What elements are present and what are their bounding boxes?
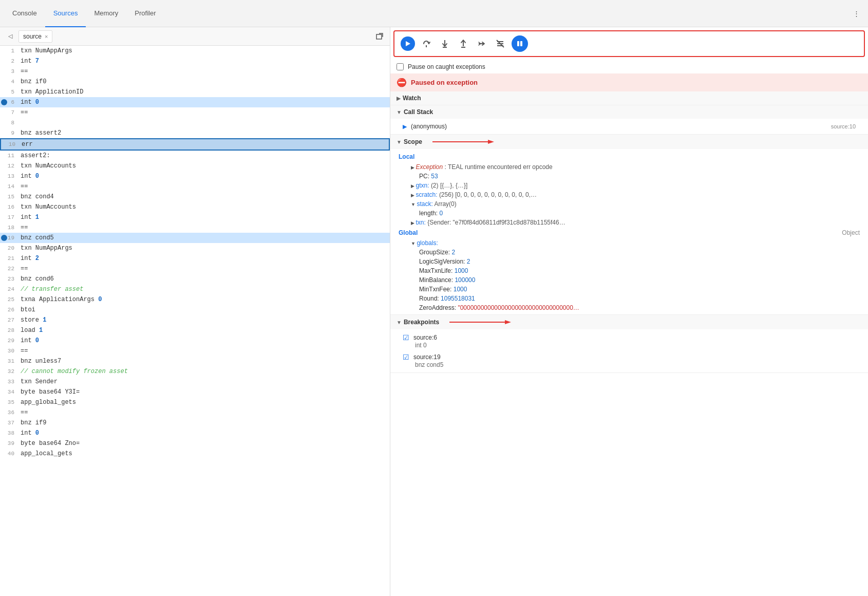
line-content-13: int 0 xyxy=(18,171,39,181)
scope-globals[interactable]: globals: xyxy=(390,238,868,248)
code-line-19[interactable]: 19bnz cond5 xyxy=(0,233,390,243)
line-content-25: txna ApplicationArgs 0 xyxy=(18,294,102,305)
source-tab-bar: ◁ source × xyxy=(0,27,390,46)
code-line-36[interactable]: 36== xyxy=(0,407,390,418)
step-over-button[interactable] xyxy=(419,36,433,51)
source-back-btn[interactable]: ◁ xyxy=(4,30,16,43)
line-number-13: 13 xyxy=(0,171,18,181)
pause-button[interactable] xyxy=(512,35,528,52)
code-line-1[interactable]: 1txn NumAppArgs xyxy=(0,46,390,56)
code-line-16[interactable]: 16txn NumAccounts xyxy=(0,202,390,212)
code-line-11[interactable]: 11assert2: xyxy=(0,151,390,161)
code-line-34[interactable]: 34byte base64 Y3I= xyxy=(0,387,390,397)
line-content-37: bnz if9 xyxy=(18,418,46,428)
code-line-12[interactable]: 12txn NumAccounts xyxy=(0,161,390,171)
step-into-button[interactable] xyxy=(438,36,452,51)
code-line-20[interactable]: 20txn NumAppArgs xyxy=(0,243,390,253)
code-line-31[interactable]: 31bnz unless7 xyxy=(0,356,390,366)
scope-stack[interactable]: stack: Array(0) xyxy=(390,199,868,209)
code-line-10[interactable]: 10err xyxy=(0,138,390,151)
code-line-25[interactable]: 25txna ApplicationArgs 0 xyxy=(0,294,390,305)
tab-console[interactable]: Console xyxy=(4,0,45,27)
breakpoint-check-1[interactable]: ☑ xyxy=(403,333,409,342)
watch-section: ▶ Watch xyxy=(390,91,868,105)
code-line-3[interactable]: 3== xyxy=(0,66,390,77)
code-line-8[interactable]: 8 xyxy=(0,118,390,128)
tab-sources[interactable]: Sources xyxy=(45,0,86,27)
source-filename: source xyxy=(23,33,42,40)
call-stack-location: source:10 xyxy=(831,123,856,129)
code-line-24[interactable]: 24// transfer asset xyxy=(0,284,390,294)
breakpoints-header[interactable]: ▼ Breakpoints xyxy=(390,315,868,329)
error-icon: ⛔ xyxy=(397,78,407,87)
line-number-32: 32 xyxy=(0,366,18,377)
code-line-30[interactable]: 30== xyxy=(0,346,390,356)
code-line-9[interactable]: 9bnz assert2 xyxy=(0,128,390,138)
line-number-31: 31 xyxy=(0,356,18,366)
step-out-button[interactable] xyxy=(456,36,470,51)
code-line-28[interactable]: 28load 1 xyxy=(0,325,390,336)
breakpoint-code-2: bnz cond5 xyxy=(403,361,856,368)
scope-scratch-label: scratch: xyxy=(416,191,438,198)
step-button[interactable] xyxy=(475,36,489,51)
scope-min-balance-value: 100000 xyxy=(455,276,475,284)
scope-gtxn[interactable]: gtxn: (2) [{…}, {…}] xyxy=(390,181,868,190)
code-line-5[interactable]: 5txn ApplicationID xyxy=(0,87,390,97)
tab-memory[interactable]: Memory xyxy=(86,0,126,27)
code-line-29[interactable]: 29int 0 xyxy=(0,336,390,346)
code-line-6[interactable]: 6int 0 xyxy=(0,97,390,107)
scope-header[interactable]: ▼ Scope xyxy=(390,135,868,149)
scope-logic-sig-value: 2 xyxy=(467,258,470,265)
scope-pc: PC: 53 xyxy=(390,172,868,181)
line-number-34: 34 xyxy=(0,387,18,397)
pause-exceptions-checkbox[interactable] xyxy=(397,63,404,70)
breakpoint-dot-6 xyxy=(1,99,7,105)
code-line-4[interactable]: 4bnz if0 xyxy=(0,77,390,87)
watch-header[interactable]: ▶ Watch xyxy=(390,91,868,105)
code-line-14[interactable]: 14== xyxy=(0,181,390,192)
scope-txn[interactable]: txn: {Sender: "e7f0f84d06811df9f31c8d878… xyxy=(390,218,868,227)
call-stack-header[interactable]: ▼ Call Stack xyxy=(390,105,868,119)
scope-zero-address-label: ZeroAddress: xyxy=(419,304,456,311)
tab-bar-menu[interactable]: ⋮ xyxy=(849,0,864,27)
code-line-35[interactable]: 35app_global_gets xyxy=(0,397,390,407)
code-line-2[interactable]: 2int 7 xyxy=(0,56,390,66)
code-line-33[interactable]: 33txn Sender xyxy=(0,377,390,387)
code-line-23[interactable]: 23bnz cond6 xyxy=(0,274,390,284)
source-close-btn[interactable]: × xyxy=(45,33,48,40)
code-line-18[interactable]: 18== xyxy=(0,222,390,233)
call-stack-item[interactable]: ▶ (anonymous) source:10 xyxy=(390,121,868,132)
line-content-22: == xyxy=(18,264,28,274)
code-line-21[interactable]: 21int 2 xyxy=(0,253,390,264)
line-content-26: btoi xyxy=(18,305,35,315)
scope-txn-expand xyxy=(411,219,416,226)
code-line-39[interactable]: 39byte base64 Zno= xyxy=(0,438,390,449)
code-line-27[interactable]: 27store 1 xyxy=(0,315,390,325)
line-content-14: == xyxy=(18,181,28,192)
resume-button[interactable] xyxy=(401,36,415,51)
code-area[interactable]: 1txn NumAppArgs2int 73==4bnz if05txn App… xyxy=(0,46,390,596)
code-line-37[interactable]: 37bnz if9 xyxy=(0,418,390,428)
code-line-22[interactable]: 22== xyxy=(0,264,390,274)
breakpoint-check-2[interactable]: ☑ xyxy=(403,353,409,361)
main-layout: ◁ source × 1txn NumAppArgs2int 73==4bnz … xyxy=(0,27,868,596)
code-line-40[interactable]: 40app_local_gets xyxy=(0,449,390,459)
line-content-38: int 0 xyxy=(18,428,39,438)
source-popout-btn[interactable] xyxy=(373,30,386,43)
code-line-38[interactable]: 38int 0 xyxy=(0,428,390,438)
source-file-tab[interactable]: source × xyxy=(18,30,52,43)
tab-profiler[interactable]: Profiler xyxy=(126,0,164,27)
line-number-20: 20 xyxy=(0,243,18,253)
scope-exception[interactable]: Exception : TEAL runtime encountered err… xyxy=(390,162,868,172)
scope-min-txn-fee-value: 1000 xyxy=(454,286,467,293)
svg-rect-13 xyxy=(520,41,522,46)
code-line-13[interactable]: 13int 0 xyxy=(0,171,390,181)
code-line-32[interactable]: 32// cannot modify frozen asset xyxy=(0,366,390,377)
code-line-7[interactable]: 7== xyxy=(0,107,390,118)
svg-marker-15 xyxy=(488,140,494,144)
scope-scratch[interactable]: scratch: (256) [0, 0, 0, 0, 0, 0, 0, 0, … xyxy=(390,190,868,199)
code-line-15[interactable]: 15bnz cond4 xyxy=(0,192,390,202)
code-line-26[interactable]: 26btoi xyxy=(0,305,390,315)
deactivate-button[interactable] xyxy=(493,36,507,51)
code-line-17[interactable]: 17int 1 xyxy=(0,212,390,222)
